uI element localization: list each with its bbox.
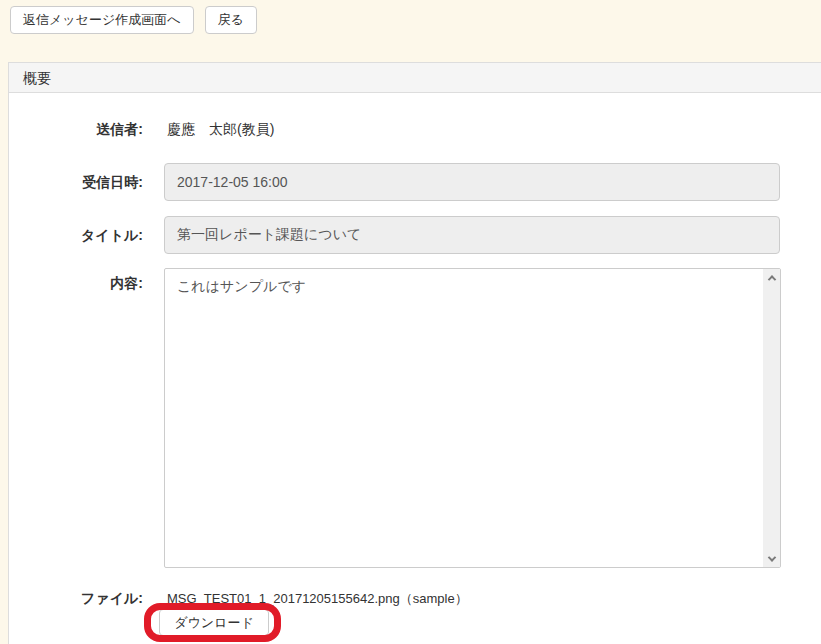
textarea-scrollbar[interactable] — [763, 269, 780, 567]
sender-label: 送信者: — [11, 121, 143, 139]
file-label: ファイル: — [11, 590, 143, 608]
title-field[interactable] — [164, 216, 780, 254]
content-textarea[interactable]: これはサンプルです — [164, 268, 781, 568]
toolbar: 返信メッセージ作成画面へ 戻る — [10, 6, 257, 34]
reply-message-button[interactable]: 返信メッセージ作成画面へ — [10, 6, 194, 34]
back-button[interactable]: 戻る — [205, 6, 257, 34]
scroll-up-icon[interactable] — [763, 269, 780, 286]
received-datetime-field[interactable] — [164, 163, 780, 201]
received-datetime-label: 受信日時: — [11, 174, 143, 192]
attachment-file-name: MSG_TEST01_1_20171205155642.png（sample） — [167, 590, 468, 608]
sender-value: 慶應 太郎(教員) — [167, 121, 274, 139]
panel-header: 概要 — [9, 63, 821, 93]
content-label: 内容: — [11, 275, 143, 293]
title-label: タイトル: — [11, 227, 143, 245]
panel-title: 概要 — [23, 70, 51, 86]
scroll-down-icon[interactable] — [763, 550, 780, 567]
content-text: これはサンプルです — [177, 278, 756, 296]
download-button[interactable]: ダウンロード — [159, 609, 269, 636]
summary-panel: 概要 送信者: 慶應 太郎(教員) 受信日時: タイトル: 内容: これはサンプ… — [8, 62, 821, 644]
